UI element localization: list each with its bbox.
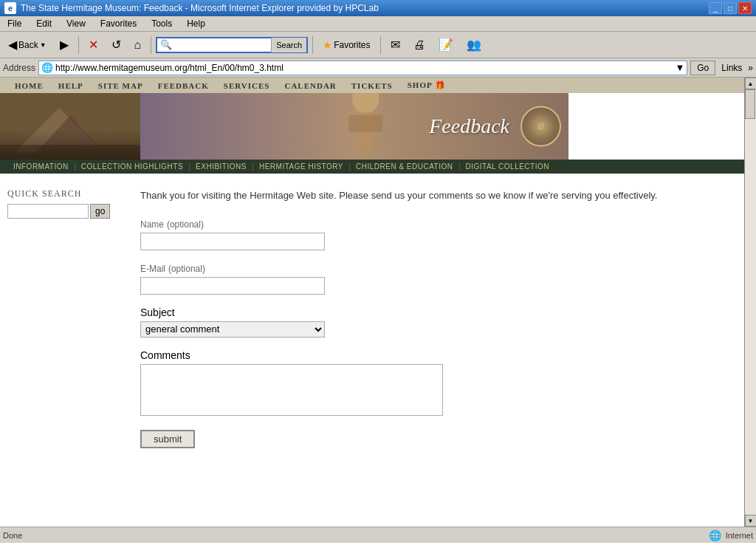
main-content-area: Thank you for visiting the Hermitage Web… [140, 188, 737, 448]
email-form-group: E-Mail (optional) [140, 262, 737, 295]
internet-zone-icon: 🌐 [709, 530, 721, 541]
scroll-up-arrow[interactable]: ▲ [745, 78, 757, 89]
content-area: HOME HELP SITE MAP FEEDBACK SERVICES CAL… [0, 78, 756, 527]
page-icon: 🌐 [39, 62, 55, 73]
statusbar: Done 🌐 Internet [0, 527, 756, 543]
search-input[interactable] [175, 39, 271, 51]
name-label: Name (optional) [140, 218, 737, 230]
scroll-thumb[interactable] [745, 89, 755, 119]
email-optional: (optional) [168, 264, 205, 274]
menu-tools[interactable]: Tools [147, 18, 176, 30]
subnav-exhibitions[interactable]: EXHIBITIONS [190, 162, 253, 171]
menu-file[interactable]: File [3, 18, 26, 30]
nav-home[interactable]: HOME [15, 81, 44, 90]
nav-feedback[interactable]: FEEDBACK [158, 81, 209, 90]
banner: Feedback Ω [0, 93, 568, 160]
comments-label: Comments [140, 349, 737, 361]
subnav-digital[interactable]: DIGITAL COLLECTION [460, 162, 555, 171]
menu-favorites[interactable]: Favorites [96, 18, 141, 30]
search-box[interactable]: 🔍 Search [156, 37, 308, 53]
menu-help[interactable]: Help [182, 18, 210, 30]
quick-search-form: go [7, 204, 126, 219]
discuss-icon: 👥 [467, 38, 481, 52]
name-optional: (optional) [167, 219, 204, 230]
address-dropdown-icon[interactable]: ▼ [673, 62, 687, 73]
forward-button[interactable]: ▶ [55, 35, 74, 55]
subject-form-group: Subject general comment technical issue … [140, 306, 737, 338]
back-button[interactable]: ◀ Back ▼ [3, 35, 52, 55]
print-icon: 🖨 [413, 38, 425, 52]
subnav-information[interactable]: INFORMATION [7, 162, 75, 171]
mail-icon: ✉ [391, 38, 400, 52]
subject-select[interactable]: general comment technical issue content … [140, 321, 325, 338]
address-bar-input-wrap: 🌐 ▼ [38, 61, 687, 75]
go-button[interactable]: Go [690, 61, 715, 75]
separator-1 [78, 36, 79, 54]
comments-form-group: Comments [140, 349, 737, 418]
comments-textarea[interactable] [140, 364, 443, 416]
banner-pyramid-art [0, 93, 140, 160]
vertical-scrollbar: ▲ ▼ [744, 78, 756, 527]
window-title: The State Hermitage Museum: Feedback - M… [21, 3, 379, 13]
stop-button[interactable]: ✕ [83, 35, 103, 55]
edit-icon: 📝 [439, 38, 453, 52]
name-input[interactable] [140, 233, 325, 250]
minimize-button[interactable]: _ [709, 2, 722, 14]
discuss-button[interactable]: 👥 [461, 35, 487, 55]
window-controls: _ □ ✕ [709, 2, 752, 14]
browser-toolbar: ◀ Back ▼ ▶ ✕ ↺ ⌂ 🔍 Search ★ Favorites ✉ … [0, 32, 756, 58]
scroll-track [745, 89, 756, 515]
media-button[interactable]: ✉ [385, 35, 405, 55]
nav-services[interactable]: SERVICES [224, 81, 270, 90]
links-arrow-icon[interactable]: » [748, 63, 753, 73]
submit-button[interactable]: submit [140, 430, 195, 448]
titlebar: The State Hermitage Museum: Feedback - M… [0, 0, 756, 16]
search-glass-icon: 🔍 [157, 39, 175, 50]
address-input[interactable] [55, 61, 673, 75]
print-button[interactable]: 🖨 [408, 35, 430, 55]
home-icon: ⌂ [134, 38, 142, 52]
sub-nav: INFORMATION COLLECTION HIGHLIGHTS EXHIBI… [0, 160, 744, 174]
subnav-history[interactable]: HERMITAGE HISTORY [253, 162, 350, 171]
nav-sitemap[interactable]: SITE MAP [98, 81, 143, 90]
zone-label: Internet [726, 531, 753, 540]
svg-rect-7 [348, 115, 382, 132]
links-button[interactable]: Links [718, 62, 745, 74]
separator-2 [151, 36, 151, 54]
nav-help[interactable]: HELP [58, 81, 83, 90]
quick-search-go-button[interactable]: go [90, 204, 110, 219]
banner-title: Feedback [429, 114, 509, 138]
favorites-button[interactable]: ★ Favorites [317, 35, 375, 55]
ie-icon [4, 2, 16, 14]
subnav-children[interactable]: CHILDREN & EDUCATION [350, 162, 460, 171]
addressbar: Address 🌐 ▼ Go Links » [0, 58, 756, 78]
home-button[interactable]: ⌂ [129, 35, 147, 55]
refresh-button[interactable]: ↺ [106, 35, 126, 55]
banner-image-left [0, 93, 140, 160]
page-main: QUICK SEARCH go Thank you for visiting t… [0, 174, 744, 463]
search-button[interactable]: Search [271, 38, 306, 52]
close-button[interactable]: ✕ [738, 2, 752, 14]
separator-3 [312, 36, 313, 54]
nav-calendar[interactable]: CALENDAR [284, 81, 336, 90]
banner-images: Feedback Ω [0, 93, 568, 160]
menubar: File Edit View Favorites Tools Help [0, 16, 756, 32]
subnav-collection[interactable]: COLLECTION HIGHLIGHTS [75, 162, 190, 171]
menu-view[interactable]: View [62, 18, 90, 30]
maximize-button[interactable]: □ [724, 2, 737, 14]
email-input[interactable] [140, 277, 325, 295]
scroll-down-arrow[interactable]: ▼ [745, 515, 757, 527]
back-icon: ◀ [8, 38, 17, 52]
intro-paragraph: Thank you for visiting the Hermitage Web… [140, 188, 737, 203]
quick-search-input[interactable] [7, 204, 89, 219]
nav-tickets[interactable]: TICKETS [351, 81, 393, 90]
edit-button[interactable]: 📝 [433, 35, 458, 55]
banner-logo: Ω [520, 106, 561, 147]
nav-shop[interactable]: SHOP 🎁 [408, 81, 446, 90]
quick-search-label: QUICK SEARCH [7, 188, 126, 199]
site-nav-top: HOME HELP SITE MAP FEEDBACK SERVICES CAL… [0, 78, 744, 93]
hermitage-logo-text: Ω [537, 121, 544, 132]
submit-container: submit [140, 430, 737, 448]
menu-edit[interactable]: Edit [32, 18, 56, 30]
banner-image-mid: Feedback Ω [140, 93, 568, 160]
